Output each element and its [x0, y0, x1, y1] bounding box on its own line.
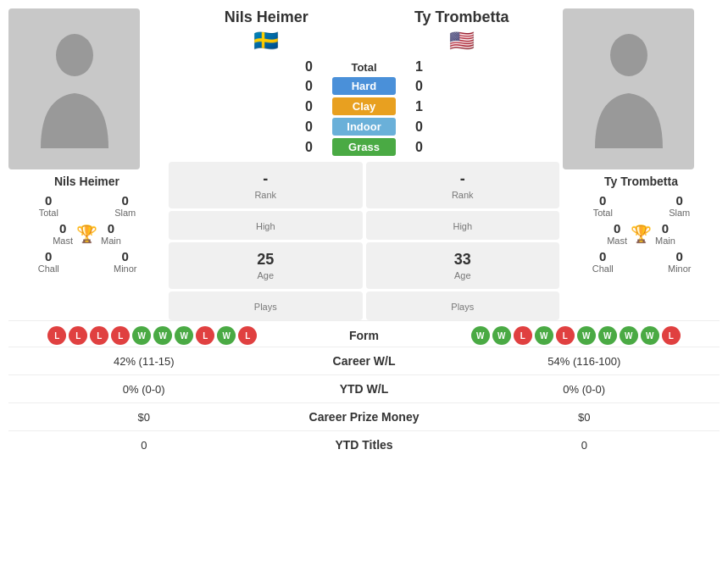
right-player-photo	[563, 8, 694, 169]
loss-ball: L	[196, 326, 214, 345]
left-chall-stat: 0 Chall	[13, 249, 85, 274]
win-ball: W	[492, 326, 511, 345]
left-total-stat: 0 Total	[13, 193, 85, 218]
right-total-score: 1	[396, 59, 442, 75]
right-player-name: Ty Trombetta	[563, 175, 720, 188]
left-plays-label: Plays	[175, 302, 356, 312]
left-player-stats: 0 Total 0 Slam	[8, 193, 165, 218]
right-age-label: Age	[373, 270, 553, 280]
win-ball: W	[535, 326, 553, 345]
right-age-box: 33 Age	[366, 242, 560, 289]
left-header: Nils Heimer 🇸🇪	[169, 8, 364, 53]
left-main-value: 0	[101, 221, 121, 236]
left-main-stat: 0 Main	[101, 221, 121, 246]
total-label: Total	[332, 61, 396, 74]
left-flag: 🇸🇪	[169, 29, 364, 53]
right-chall-value: 0	[567, 249, 639, 264]
career-prize-row: $0 Career Prize Money $0	[8, 402, 720, 430]
right-main-stat: 0 Main	[655, 221, 675, 246]
left-player-stats2: 0 Chall 0 Minor	[8, 249, 165, 274]
right-trophy-icon: 🏆	[631, 224, 652, 244]
ytd-titles-row: 0 YTD Titles 0	[8, 430, 720, 458]
clay-score-row: 0 Clay 1	[169, 97, 559, 115]
left-player-name: Nils Heimer	[8, 175, 165, 188]
right-rank-value: -	[373, 170, 553, 188]
right-high-label: High	[373, 221, 553, 231]
right-main-value: 0	[655, 221, 675, 236]
left-age-box: 25 Age	[169, 242, 363, 289]
loss-ball: L	[90, 326, 108, 345]
right-mast-value: 0	[607, 221, 627, 236]
right-plays-label: Plays	[373, 302, 553, 312]
left-mast-value: 0	[53, 221, 73, 236]
right-mast-stat: 0 Mast	[607, 221, 627, 246]
middle-section: Nils Heimer 🇸🇪 Ty Trombetta 🇺🇸 0 Total 1…	[169, 8, 559, 320]
hard-score-row: 0 Hard 0	[169, 77, 559, 95]
left-player-card: Nils Heimer 0 Total 0 Slam 0 Mast 🏆 0	[8, 8, 165, 320]
ytd-wl-row: 0% (0-0) YTD W/L 0% (0-0)	[8, 374, 720, 402]
loss-ball: L	[47, 326, 66, 345]
grass-label: Grass	[332, 138, 396, 156]
right-player-stats: 0 Total 0 Slam	[563, 193, 720, 218]
right-plays-box: Plays	[366, 291, 560, 320]
right-indoor-score: 0	[396, 119, 442, 135]
loss-ball: L	[556, 326, 575, 345]
main-container: Nils Heimer 0 Total 0 Slam 0 Mast 🏆 0	[0, 0, 728, 467]
left-ytd-titles: 0	[8, 439, 280, 452]
loss-ball: L	[514, 326, 532, 345]
right-rank-box: - Rank	[366, 162, 560, 208]
left-clay-score: 0	[286, 99, 332, 114]
left-player-header-name: Nils Heimer	[169, 8, 364, 26]
hard-label: Hard	[332, 77, 396, 95]
left-hard-score: 0	[286, 79, 332, 94]
left-slam-value: 0	[90, 193, 162, 208]
right-clay-score: 1	[396, 99, 442, 114]
right-total-label: Total	[567, 208, 639, 218]
career-prize-label: Career Prize Money	[280, 410, 449, 424]
right-slam-value: 0	[644, 193, 716, 208]
form-label: Form	[297, 329, 432, 342]
form-section: LLLLWWWLWL Form WWLWLWWWWL	[8, 320, 720, 345]
left-rank-box: - Rank	[169, 162, 363, 208]
right-player-stats2: 0 Chall 0 Minor	[563, 249, 720, 274]
loss-ball: L	[238, 326, 257, 345]
right-career-wl: 54% (116-100)	[449, 355, 720, 368]
left-mast-label: Mast	[53, 236, 73, 246]
left-grass-score: 0	[286, 140, 332, 155]
left-slam-label: Slam	[90, 208, 162, 218]
career-wl-label: Career W/L	[280, 354, 449, 368]
right-career-prize: $0	[449, 411, 720, 424]
win-ball: W	[620, 326, 638, 345]
left-main-label: Main	[101, 236, 121, 246]
svg-point-1	[610, 34, 647, 76]
left-stat-boxes: - Rank High 25 Age Plays	[169, 162, 363, 320]
left-mast-stat: 0 Mast	[53, 221, 73, 246]
left-trophy-row: 0 Mast 🏆 0 Main	[8, 221, 165, 246]
left-minor-stat: 0 Minor	[90, 249, 162, 274]
right-chall-label: Chall	[567, 264, 639, 274]
left-total-value: 0	[13, 193, 85, 208]
win-ball: W	[153, 326, 172, 345]
left-total-score: 0	[286, 59, 332, 75]
right-main-label: Main	[655, 236, 675, 246]
left-player-photo	[8, 8, 140, 169]
right-slam-label: Slam	[644, 208, 716, 218]
left-career-wl: 42% (11-15)	[8, 355, 280, 368]
top-area: Nils Heimer 0 Total 0 Slam 0 Mast 🏆 0	[8, 8, 720, 320]
right-player-card: Ty Trombetta 0 Total 0 Slam 0 Mast 🏆	[563, 8, 720, 320]
right-total-stat: 0 Total	[567, 193, 639, 218]
stat-boxes-row: - Rank High 25 Age Plays	[169, 162, 559, 320]
left-total-label: Total	[13, 208, 85, 218]
right-minor-stat: 0 Minor	[644, 249, 716, 274]
right-flag: 🇺🇸	[364, 29, 560, 53]
win-ball: W	[471, 326, 490, 345]
win-ball: W	[598, 326, 617, 345]
left-rank-label: Rank	[175, 190, 356, 200]
right-hard-score: 0	[396, 79, 442, 94]
score-rows: 0 Total 1 0 Hard 0 0 Clay 1 0 Indoor	[169, 59, 559, 158]
left-trophy-icon: 🏆	[76, 224, 97, 244]
indoor-score-row: 0 Indoor 0	[169, 118, 559, 136]
grass-score-row: 0 Grass 0	[169, 138, 559, 156]
win-ball: W	[132, 326, 151, 345]
right-chall-stat: 0 Chall	[567, 249, 639, 274]
